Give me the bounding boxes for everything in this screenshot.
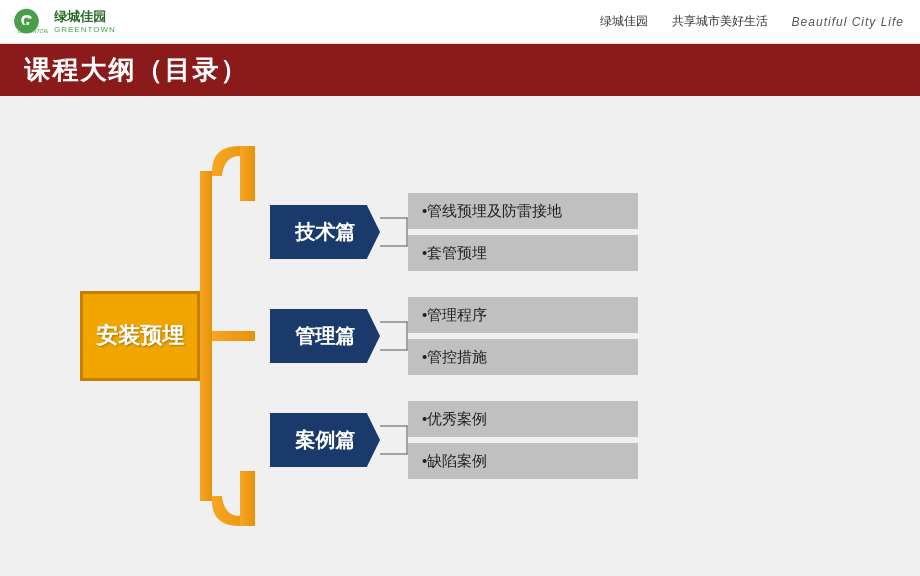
item-label-2-0: •优秀案例 — [422, 410, 487, 429]
item-0-1: •套管预埋 — [408, 235, 638, 271]
cat-arrow-1 — [380, 309, 408, 363]
category-label-2: 案例篇 — [295, 427, 355, 454]
category-box-1: 管理篇 — [270, 309, 380, 363]
item-2-1: •缺陷案例 — [408, 443, 638, 479]
category-label-1: 管理篇 — [295, 323, 355, 350]
tagline2: 共享城市美好生活 — [672, 13, 768, 30]
item-1-1: •管控措施 — [408, 339, 638, 375]
category-row-0: 技术篇 •管线预埋及防雷接地 •套管预埋 — [270, 193, 638, 271]
svg-rect-2 — [200, 171, 212, 501]
category-label-0: 技术篇 — [295, 219, 355, 246]
page-title: 课程大纲（目录） — [24, 53, 248, 88]
header: GREENTOWN 绿城佳园 GREENTOWN 绿城佳园 共享城市美好生活 B… — [0, 0, 920, 44]
category-box-0: 技术篇 — [270, 205, 380, 259]
center-node: 安装预埋 — [80, 291, 200, 381]
logo-area: GREENTOWN 绿城佳园 GREENTOWN — [12, 7, 116, 37]
item-2-0: •优秀案例 — [408, 401, 638, 437]
svg-rect-4 — [240, 146, 255, 201]
items-list-1: •管理程序 •管控措施 — [408, 297, 638, 375]
svg-rect-5 — [240, 471, 255, 526]
cat-arrow-0 — [380, 205, 408, 259]
logo-sub: GREENTOWN — [54, 25, 116, 34]
tagline1: 绿城佳园 — [600, 13, 648, 30]
category-row-1: 管理篇 •管理程序 •管控措施 — [270, 297, 638, 375]
item-label-1-0: •管理程序 — [422, 306, 487, 325]
main-content: 安装预埋 — [0, 96, 920, 576]
item-0-0: •管线预埋及防雷接地 — [408, 193, 638, 229]
logo-icon: GREENTOWN — [12, 7, 48, 37]
items-list-2: •优秀案例 •缺陷案例 — [408, 401, 638, 479]
item-label-2-1: •缺陷案例 — [422, 452, 487, 471]
right-section: 技术篇 •管线预埋及防雷接地 •套管预埋 — [270, 193, 638, 479]
cat-arrow-2 — [380, 413, 408, 467]
category-row-2: 案例篇 •优秀案例 •缺陷案例 — [270, 401, 638, 479]
svg-text:GREENTOWN: GREENTOWN — [18, 28, 48, 34]
item-label-0-0: •管线预埋及防雷接地 — [422, 202, 562, 221]
category-box-2: 案例篇 — [270, 413, 380, 467]
logo-text: 绿城佳园 — [54, 9, 116, 25]
tagline3: Beautiful City Life — [792, 15, 904, 29]
svg-rect-3 — [212, 331, 255, 341]
bracket-connector — [200, 141, 270, 531]
tagline-separator — [654, 13, 666, 30]
item-1-0: •管理程序 — [408, 297, 638, 333]
header-right: 绿城佳园 共享城市美好生活 Beautiful City Life — [600, 13, 904, 30]
mindmap: 安装预埋 — [80, 121, 840, 551]
title-bar: 课程大纲（目录） — [0, 44, 920, 96]
center-label: 安装预埋 — [96, 321, 184, 351]
item-label-1-1: •管控措施 — [422, 348, 487, 367]
tagline-separator2 — [774, 13, 786, 30]
items-list-0: •管线预埋及防雷接地 •套管预埋 — [408, 193, 638, 271]
item-label-0-1: •套管预埋 — [422, 244, 487, 263]
